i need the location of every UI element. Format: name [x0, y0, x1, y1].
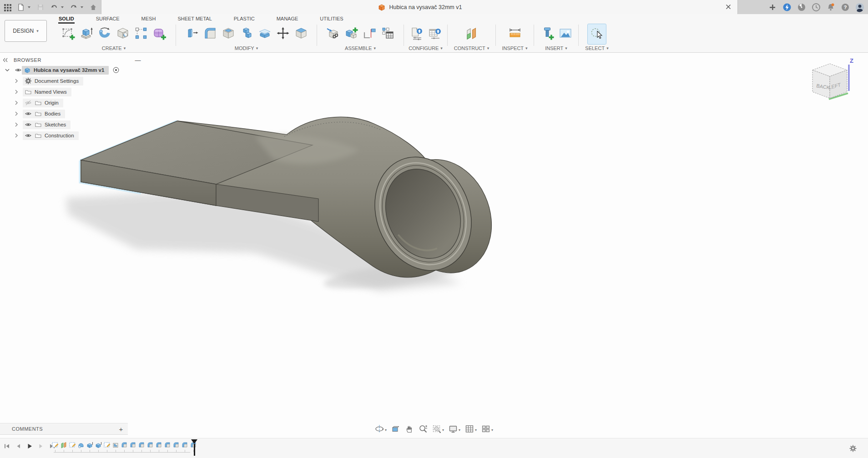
browser-item-root[interactable]: Hubica na vysavač 32mm v1	[0, 65, 142, 75]
group-dropdown-configure[interactable]: CONFIGURE▾	[409, 45, 443, 52]
history-icon[interactable]	[812, 3, 821, 12]
tab-manage[interactable]: MANAGE	[276, 15, 299, 24]
file-caret-icon[interactable]	[27, 3, 31, 12]
timeline-feature-fillet-12[interactable]	[155, 441, 162, 450]
tab-plastic[interactable]: PLASTIC	[233, 15, 255, 24]
hole-button[interactable]	[114, 24, 132, 44]
undo-caret-icon[interactable]	[60, 3, 65, 12]
orbit-button[interactable]: ▾	[374, 423, 388, 436]
construction-plane-button[interactable]	[463, 24, 481, 44]
chevron-right-icon[interactable]	[13, 99, 20, 106]
redo-icon[interactable]	[69, 3, 78, 12]
workspace-selector[interactable]: DESIGN ▾	[5, 20, 47, 42]
visibility-eye-off-icon[interactable]	[25, 99, 32, 106]
browser-item-label[interactable]: Origin	[23, 99, 63, 107]
file-icon[interactable]	[16, 3, 25, 12]
select-button[interactable]	[588, 24, 606, 44]
step-forward-button[interactable]	[37, 442, 45, 450]
tab-utilities[interactable]: UTILITIES	[319, 15, 343, 24]
visibility-eye-icon[interactable]	[25, 121, 32, 128]
close-tab-icon[interactable]	[725, 3, 732, 10]
group-dropdown-create[interactable]: CREATE▾	[102, 45, 126, 52]
create-form-button[interactable]	[150, 24, 168, 44]
browser-item-named-views[interactable]: Named Views	[0, 86, 142, 97]
chevron-right-icon[interactable]	[13, 110, 20, 117]
extrude-button[interactable]	[77, 24, 96, 44]
browser-item-label[interactable]: Sketches	[23, 121, 71, 129]
group-dropdown-construct[interactable]: CONSTRUCT▾	[454, 45, 490, 52]
collapse-panel-icon[interactable]	[2, 56, 9, 64]
browser-item-label[interactable]: Named Views	[23, 88, 71, 96]
group-dropdown-insert[interactable]: INSERT▾	[545, 45, 567, 52]
zoom-button[interactable]	[418, 423, 429, 436]
minimize-panel-icon[interactable]: —	[134, 57, 142, 64]
undo-icon[interactable]	[50, 3, 59, 12]
step-back-button[interactable]	[14, 442, 22, 450]
insert-derive-button[interactable]	[324, 24, 342, 44]
browser-item-origin[interactable]: Origin	[0, 97, 142, 108]
visibility-eye-icon[interactable]	[25, 132, 32, 139]
tab-mesh[interactable]: MESH	[141, 15, 156, 24]
group-dropdown-inspect[interactable]: INSPECT▾	[502, 45, 527, 52]
viewport-canvas[interactable]: BROWSER — Hubica na vysavač 32mm v1Docum…	[0, 53, 868, 458]
pan-button[interactable]	[404, 423, 415, 436]
browser-item-label[interactable]: Construction	[23, 131, 79, 140]
timeline-feature-fillet-14[interactable]	[172, 441, 180, 450]
notifications-icon[interactable]	[826, 3, 835, 12]
document-tab[interactable]: Hubica na vysavač 32mm v1	[101, 0, 738, 14]
chevron-right-icon[interactable]	[13, 121, 20, 128]
fit-button[interactable]: ▾	[431, 423, 445, 436]
avatar-icon[interactable]	[855, 3, 864, 12]
help-icon[interactable]: ?	[841, 3, 850, 12]
browser-item-document-settings[interactable]: Document Settings	[0, 75, 142, 86]
activate-component-radio-icon[interactable]	[112, 66, 120, 74]
move-button[interactable]	[274, 24, 292, 44]
shell-button[interactable]	[219, 24, 237, 44]
press-pull-button[interactable]	[183, 24, 201, 44]
chevron-right-icon[interactable]	[13, 77, 20, 85]
new-component-button[interactable]	[342, 24, 360, 44]
timeline-feature-revolve-3[interactable]	[77, 441, 85, 450]
tab-sheet-metal[interactable]: SHEET METAL	[177, 15, 212, 24]
visibility-eye-icon[interactable]	[15, 66, 22, 74]
browser-root-label[interactable]: Hubica na vysavač 32mm v1	[22, 66, 109, 75]
joint-button[interactable]	[360, 24, 378, 44]
timeline-feature-sketch-0[interactable]	[51, 441, 59, 450]
insert-image-button[interactable]	[556, 24, 575, 44]
timeline-feature-fillet-9[interactable]	[129, 441, 136, 450]
group-dropdown-modify[interactable]: MODIFY▾	[235, 45, 258, 52]
fastener-button[interactable]	[538, 24, 556, 44]
add-comment-button[interactable]: +	[114, 425, 128, 433]
play-button[interactable]	[25, 442, 34, 450]
group-dropdown-assemble[interactable]: ASSEMBLE▾	[345, 45, 376, 52]
timeline-feature-sketch-6[interactable]	[103, 441, 111, 450]
timeline-settings-gear-icon[interactable]	[849, 444, 857, 454]
timeline-feature-sketch-2[interactable]	[68, 441, 76, 450]
offset-face-button[interactable]	[292, 24, 310, 44]
timeline-feature-fillet-13[interactable]	[163, 441, 171, 450]
timeline-feature-fillet-11[interactable]	[146, 441, 154, 450]
measure-button[interactable]	[506, 24, 524, 44]
skip-start-button[interactable]	[3, 442, 11, 450]
timeline-feature-extrude-5[interactable]	[94, 441, 102, 450]
timeline-feature-fillet-8[interactable]	[120, 441, 128, 450]
timeline-feature-fillet-10[interactable]	[137, 441, 145, 450]
viewports-button[interactable]: ▾	[480, 423, 494, 436]
new-tab-icon[interactable]	[768, 3, 777, 12]
redo-caret-icon[interactable]	[80, 3, 84, 12]
grid-snaps-button[interactable]: ▾	[464, 423, 478, 436]
comments-bar[interactable]: COMMENTS +	[0, 423, 128, 435]
tab-solid[interactable]: SOLID	[58, 15, 75, 24]
chevron-right-icon[interactable]	[13, 88, 20, 96]
configuration-button[interactable]	[408, 24, 426, 44]
create-sketch-button[interactable]	[59, 24, 77, 44]
home-icon[interactable]	[89, 3, 98, 12]
visibility-eye-icon[interactable]	[25, 110, 32, 117]
job-status-icon[interactable]	[782, 3, 792, 12]
configuration-table-button[interactable]	[426, 24, 444, 44]
component-table-button[interactable]	[378, 24, 397, 44]
chevron-right-icon[interactable]	[13, 132, 20, 139]
tab-surface[interactable]: SURFACE	[96, 15, 120, 24]
timeline-feature-extrude-4[interactable]	[86, 441, 93, 450]
combine-button[interactable]	[237, 24, 256, 44]
